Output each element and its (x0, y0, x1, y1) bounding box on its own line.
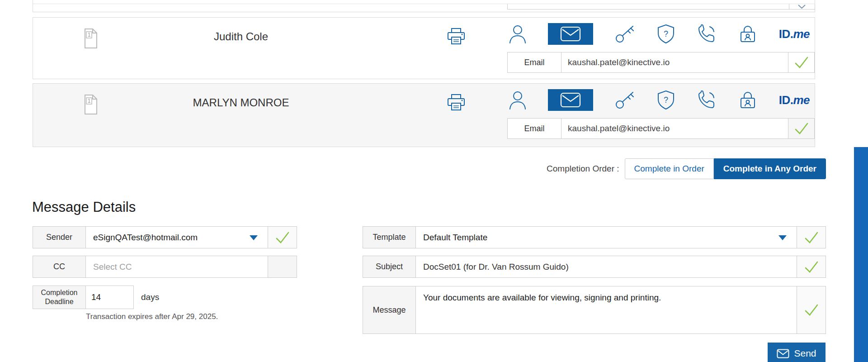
message-field: Your documents are available for viewing… (416, 286, 797, 334)
side-scroll-bar[interactable] (854, 147, 868, 362)
recipient-row: 1 MARLYN MONROE ? ID.me (33, 83, 815, 147)
print-icon[interactable] (447, 94, 466, 114)
recipient-email-input[interactable] (561, 118, 788, 139)
in-person-icon[interactable] (738, 90, 757, 110)
shield-question-icon[interactable]: ? (657, 90, 675, 110)
shield-question-icon[interactable]: ? (657, 24, 675, 44)
subject-valid-cell (797, 256, 826, 278)
complete-in-any-order-button[interactable]: Complete in Any Order (714, 158, 826, 179)
email-delivery-selected-icon[interactable] (548, 89, 593, 111)
send-button[interactable]: Send (768, 343, 826, 362)
complete-in-order-button[interactable]: Complete in Order (625, 158, 714, 179)
sender-valid-cell (268, 226, 297, 248)
idme-logo-id: ID. (779, 27, 793, 41)
message-details-heading: Message Details (32, 199, 136, 215)
dropdown-caret-icon[interactable] (778, 235, 787, 240)
recipient-row: 1 Judith Cole ? ID.me (33, 17, 815, 79)
send-envelope-icon (777, 349, 789, 358)
email-method-label: Email (507, 118, 561, 139)
subject-input[interactable] (423, 262, 789, 272)
email-delivery-row: Email (507, 52, 815, 73)
in-person-icon[interactable] (738, 24, 757, 43)
previous-row-cutoff (33, 0, 815, 12)
print-icon[interactable] (447, 28, 466, 48)
email-delivery-row: Email (507, 118, 815, 139)
message-row: Message Your documents are available for… (363, 286, 826, 334)
subject-field (416, 256, 797, 278)
template-label: Template (363, 226, 416, 248)
completion-deadline-input[interactable] (86, 286, 134, 309)
phone-icon[interactable] (696, 24, 717, 43)
phone-icon[interactable] (696, 90, 717, 110)
cutoff-email-input[interactable] (507, 4, 789, 10)
email-method-label: Email (507, 52, 561, 73)
cc-input[interactable] (93, 262, 260, 272)
document-count-icon[interactable]: 1 (80, 94, 99, 117)
svg-text:1: 1 (88, 32, 91, 38)
chevron-down-icon (798, 5, 806, 9)
document-count-icon[interactable]: 1 (80, 28, 99, 51)
cc-valid-cell (268, 256, 297, 278)
cutoff-dropdown-cell[interactable] (788, 4, 815, 10)
recipient-name: Judith Cole (160, 30, 322, 43)
template-value: Default Template (423, 233, 487, 243)
email-valid-cell (788, 118, 815, 139)
idme-logo-id: ID. (779, 93, 793, 107)
sender-label: Sender (33, 226, 86, 248)
svg-text:?: ? (664, 95, 668, 105)
check-icon (804, 231, 819, 244)
subject-row: Subject (363, 256, 826, 278)
idme-logo-me: me (793, 27, 810, 41)
check-icon (794, 122, 809, 135)
sender-value: eSignQATest@hotmail.com (93, 233, 198, 243)
svg-text:?: ? (664, 29, 668, 38)
svg-text:1: 1 (88, 98, 91, 104)
completion-order-bar: Completion Order : Complete in Order Com… (547, 158, 826, 179)
auth-method-strip: ? ID.me (509, 23, 810, 45)
check-icon (804, 303, 819, 317)
message-label: Message (363, 286, 416, 334)
cc-field (86, 256, 268, 278)
check-icon (804, 260, 819, 274)
key-icon[interactable] (615, 90, 636, 110)
person-icon[interactable] (509, 24, 527, 44)
template-select[interactable]: Default Template (416, 226, 797, 248)
message-input[interactable]: Your documents are available for viewing… (416, 286, 797, 333)
cc-label: CC (33, 256, 86, 278)
message-valid-cell (797, 286, 826, 334)
email-valid-cell (788, 52, 815, 73)
completion-deadline-label: Completion Deadline (33, 286, 86, 309)
expiration-note: Transaction expires after Apr 29, 2025. (86, 312, 218, 321)
template-valid-cell (797, 226, 826, 248)
check-icon (275, 231, 290, 244)
idme-logo[interactable]: ID.me (779, 93, 810, 107)
sender-select[interactable]: eSignQATest@hotmail.com (86, 226, 268, 248)
subject-label: Subject (363, 256, 416, 278)
esign-transaction-page: 1 Judith Cole ? ID.me (0, 0, 868, 362)
completion-deadline-row: Completion Deadline days (33, 286, 297, 309)
idme-logo-me: me (793, 93, 810, 107)
email-delivery-selected-icon[interactable] (548, 23, 593, 45)
auth-method-strip: ? ID.me (509, 89, 810, 111)
check-icon (794, 56, 809, 69)
send-button-label: Send (794, 348, 816, 359)
template-row: Template Default Template (363, 226, 826, 248)
key-icon[interactable] (615, 24, 636, 43)
dropdown-caret-icon[interactable] (250, 235, 258, 240)
completion-order-label: Completion Order : (547, 164, 619, 174)
cc-row: CC (33, 256, 297, 278)
recipient-email-input[interactable] (561, 52, 788, 73)
person-icon[interactable] (509, 90, 527, 110)
deadline-unit-label: days (141, 292, 159, 302)
sender-row: Sender eSignQATest@hotmail.com (33, 226, 297, 248)
idme-logo[interactable]: ID.me (779, 27, 810, 41)
recipient-name: MARLYN MONROE (160, 96, 322, 109)
